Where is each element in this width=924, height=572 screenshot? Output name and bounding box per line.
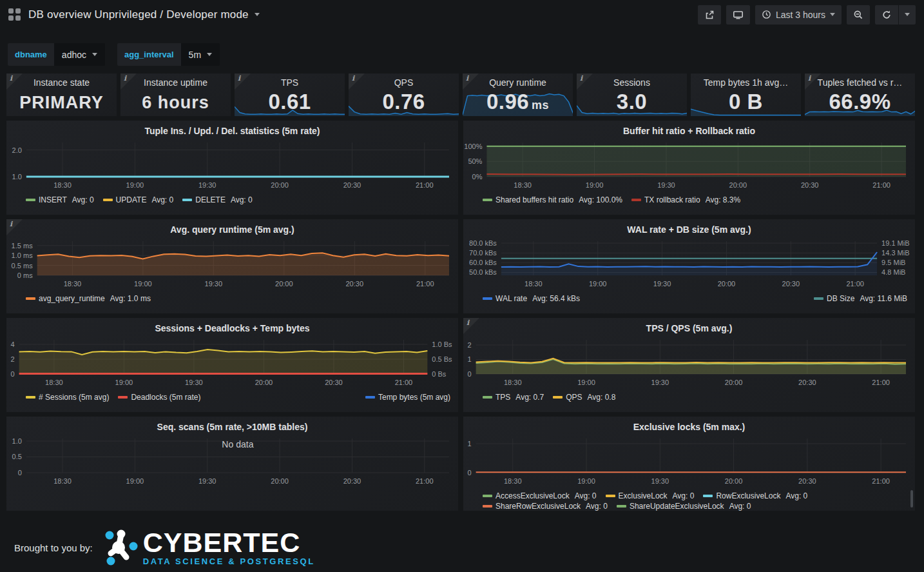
panel-info-icon[interactable]: i — [463, 74, 479, 90]
time-range-picker[interactable]: Last 3 hours — [755, 5, 842, 25]
panel-title[interactable]: WAL rate + DB size (5m avg.) — [463, 219, 915, 237]
chart-canvas[interactable]: 0%50%100%18:3019:0019:3020:0020:3021:00 — [463, 138, 915, 190]
grafana-menu-icon[interactable] — [8, 8, 21, 21]
panel-title[interactable]: Sessions + Deadlocks + Temp bytes — [6, 318, 458, 335]
legend-item[interactable]: Deadlocks (5m rate) — [118, 393, 200, 402]
panel-info-icon[interactable]: i — [577, 74, 593, 90]
stat-value: 6 hours — [120, 93, 231, 113]
legend-item[interactable]: INSERTAvg: 0 — [26, 195, 94, 204]
panel-title[interactable]: Avg. query runtime (5m avg.) — [6, 219, 458, 237]
panel-title[interactable]: Instance uptime — [120, 77, 231, 88]
panel-title[interactable]: Temp bytes 1h avg… — [691, 77, 801, 88]
x-tick-label: 20:00 — [271, 181, 289, 189]
legend-item[interactable]: TPSAvg: 0.7 — [483, 393, 544, 402]
panel-title[interactable]: Seq. scans (5m rate, >10MB tables) — [6, 417, 458, 434]
panel-info-icon[interactable]: i — [6, 74, 23, 90]
y-tick-label: 80.0 kBs — [469, 239, 497, 247]
x-tick-label: 21:00 — [416, 181, 434, 189]
x-tick-label: 18:30 — [45, 379, 63, 386]
legend-item[interactable]: RowExclusiveLockAvg: 0 — [703, 491, 807, 500]
legend-item[interactable]: avg_query_runtimeAvg: 1.0 ms — [26, 294, 151, 303]
legend-swatch — [483, 396, 492, 399]
legend-label: TX rollback ratio — [644, 195, 700, 204]
legend-item[interactable]: ExclusiveLockAvg: 0 — [606, 491, 695, 500]
share-button[interactable] — [698, 5, 721, 25]
chart-canvas[interactable]: 0240 Bs0.5 Bs1.0 Bs18:3019:0019:3020:002… — [6, 335, 458, 387]
panel-info-icon[interactable]: i — [6, 219, 23, 235]
panel-title[interactable]: TPS / QPS (5m avg.) — [463, 318, 915, 335]
chart-canvas[interactable]: 1.02.018:3019:0019:3020:0020:3021:00 — [6, 138, 458, 190]
panel-title[interactable]: Sessions — [577, 77, 687, 88]
panel-title[interactable]: Buffer hit ratio + Rollback ratio — [463, 121, 915, 138]
panel-title[interactable]: QPS — [349, 77, 459, 88]
x-tick-label: 18:30 — [64, 280, 82, 288]
x-tick-label: 20:00 — [271, 477, 289, 485]
legend-label: # Sessions (5m avg) — [39, 393, 109, 402]
y-tick-label: 4 — [10, 340, 14, 348]
y-tick-label: 0 — [10, 370, 14, 378]
x-tick-label: 20:00 — [255, 379, 273, 386]
dashboard-title[interactable]: DB overview Unprivileged / Developer mod… — [28, 8, 260, 21]
legend-item[interactable]: Temp bytes (5m avg) — [365, 393, 450, 402]
legend-right-group: Temp bytes (5m avg) — [365, 393, 450, 402]
legend-item[interactable]: WAL rateAvg: 56.4 kBs — [483, 294, 580, 303]
refresh-button[interactable] — [875, 5, 898, 25]
y-tick-label-right: 19.1 MiB — [881, 239, 909, 247]
chart-canvas[interactable]: 50.0 kBs60.0 kBs70.0 kBs80.0 kBs4.8 MiB9… — [463, 237, 915, 288]
legend-item[interactable]: ShareRowExclusiveLockAvg: 0 — [483, 502, 608, 511]
clock-icon — [762, 10, 771, 19]
chart-canvas[interactable]: 0 ms0.5 ms1.0 ms1.5 ms18:3019:0019:3020:… — [6, 237, 458, 288]
legend-item[interactable]: TX rollback ratioAvg: 8.3% — [631, 195, 740, 204]
legend-item[interactable]: QPSAvg: 0.8 — [553, 393, 615, 402]
chart-canvas[interactable]: 0118:3019:0019:3020:0020:3021:00 — [463, 434, 915, 486]
variable-agg-interval-label: agg_interval — [117, 43, 181, 66]
legend-item[interactable]: DB SizeAvg: 11.6 MiB — [814, 294, 907, 303]
variable-dbname[interactable]: dbname adhoc — [8, 43, 105, 66]
panel-info-icon[interactable]: i — [120, 74, 137, 90]
x-tick-label: 21:00 — [872, 181, 890, 189]
panel-title[interactable]: Tuples fetched vs r… — [805, 77, 915, 88]
legend-item[interactable]: Shared buffers hit ratioAvg: 100.0% — [483, 195, 622, 204]
panel-title[interactable]: TPS — [235, 77, 345, 88]
legend-item[interactable]: ShareUpdateExclusiveLockAvg: 0 — [617, 502, 751, 511]
y-tick-label: 2 — [467, 341, 471, 349]
legend-avg: Avg: 100.0% — [579, 195, 622, 204]
variable-dbname-value[interactable]: adhoc — [54, 43, 105, 66]
variable-agg-interval-selected: 5m — [189, 50, 201, 60]
x-tick-label: 19:30 — [651, 379, 669, 386]
panel-title[interactable]: Exclusive locks (5m max.) — [463, 417, 915, 434]
refresh-interval-dropdown[interactable] — [899, 5, 916, 25]
panel-exclusive-locks: Exclusive locks (5m max.) 0118:3019:0019… — [463, 417, 915, 511]
panel-wal-rate-db-size: WAL rate + DB size (5m avg.) 50.0 kBs60.… — [463, 219, 915, 313]
legend-scrollbar[interactable] — [910, 490, 913, 508]
panel-info-icon[interactable]: i — [235, 74, 251, 90]
chevron-down-icon — [905, 13, 910, 16]
stat-value: 0.61 — [235, 90, 345, 114]
legend-item[interactable]: DELETEAvg: 0 — [182, 195, 253, 204]
panel-title[interactable]: Query runtime — [463, 77, 573, 88]
panel-title[interactable]: Instance state — [6, 77, 117, 88]
panel-info-icon[interactable]: i — [805, 74, 821, 90]
chart-canvas[interactable]: 00.51.018:3019:0019:3020:0020:3021:00No … — [6, 434, 458, 486]
legend-item[interactable]: AccessExclusiveLockAvg: 0 — [483, 491, 597, 500]
x-tick-label: 19:30 — [657, 181, 675, 189]
legend-item[interactable]: UPDATEAvg: 0 — [103, 195, 174, 204]
legend-item[interactable]: # Sessions (5m avg) — [26, 393, 109, 402]
panel-info-icon[interactable]: i — [463, 318, 479, 334]
variable-agg-interval[interactable]: agg_interval 5m — [117, 43, 220, 66]
panel-title[interactable]: Tuple Ins. / Upd. / Del. statistics (5m … — [6, 121, 458, 138]
chart-legend: avg_query_runtimeAvg: 1.0 ms — [26, 294, 450, 303]
y-tick-label: 1.0 — [12, 437, 22, 445]
x-tick-label: 19:00 — [126, 477, 144, 485]
y-tick-label: 1.0 — [12, 173, 22, 181]
chart-canvas[interactable]: 01218:3019:0019:3020:0020:3021:00 — [463, 335, 915, 387]
legend-label: AccessExclusiveLock — [496, 491, 570, 500]
x-tick-label: 18:30 — [514, 181, 532, 189]
zoom-out-button[interactable] — [847, 5, 870, 25]
x-tick-label: 19:00 — [589, 280, 607, 288]
tv-cycle-button[interactable] — [726, 5, 750, 25]
legend-label: Shared buffers hit ratio — [496, 195, 573, 204]
variable-agg-interval-value[interactable]: 5m — [181, 43, 220, 66]
legend-label: UPDATE — [116, 195, 147, 204]
panel-info-icon[interactable]: i — [349, 74, 365, 90]
